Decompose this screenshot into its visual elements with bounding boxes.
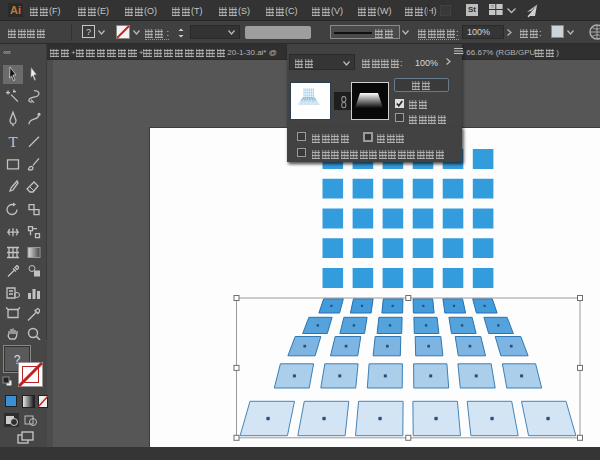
svg-text:T: T [8,134,17,150]
